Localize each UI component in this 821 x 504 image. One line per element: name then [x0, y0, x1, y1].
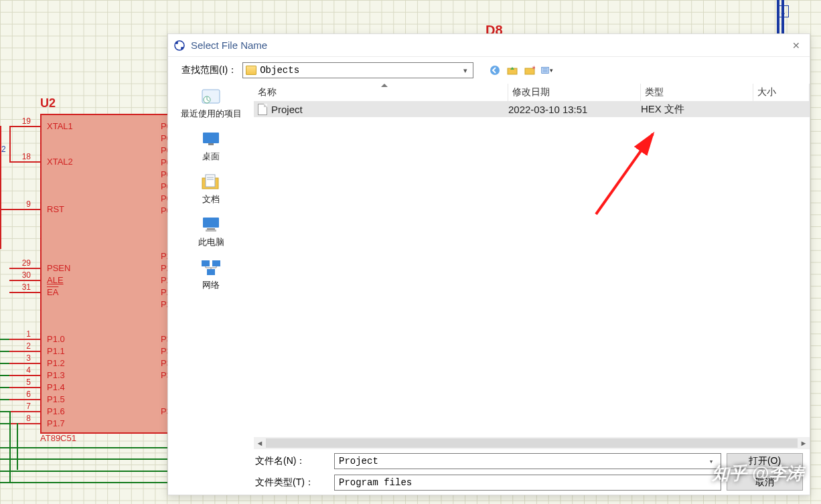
file-date: 2022-03-10 13:51 — [508, 104, 641, 115]
bus-number: 1 — [781, 7, 786, 16]
svg-rect-20 — [207, 228, 215, 230]
folder-icon — [246, 66, 256, 75]
file-icon — [258, 104, 267, 115]
documents-icon — [199, 172, 223, 192]
col-date[interactable]: 修改日期 — [508, 84, 641, 101]
filename-input[interactable]: Project ▾ — [334, 453, 721, 469]
filetype-label: 文件类型(T)： — [255, 477, 329, 489]
recent-icon — [199, 86, 223, 106]
svg-rect-14 — [208, 143, 214, 145]
horizontal-scrollbar[interactable]: ◄ ► — [254, 437, 810, 449]
sidebar-label: 此电脑 — [198, 236, 224, 248]
pin-label: P1.3 — [47, 371, 65, 380]
pin-label: P1.2 — [47, 359, 65, 367]
svg-rect-16 — [206, 175, 215, 187]
column-headers: 名称 修改日期 类型 大小 — [254, 84, 810, 101]
pin-num: 19 — [17, 116, 31, 126]
pin-num: 31 — [17, 282, 31, 292]
file-row[interactable]: Project 2022-03-10 13:51 HEX 文件 — [254, 101, 810, 117]
file-dialog: Select File Name ✕ 查找范围(I)： ▾ ✶ ▾ — [167, 33, 810, 495]
svg-rect-22 — [202, 260, 210, 266]
sidebar-label: 最近使用的项目 — [181, 108, 242, 120]
svg-rect-23 — [212, 260, 220, 266]
pin-label: ALE — [47, 276, 64, 284]
pin-label: P1.1 — [47, 347, 65, 355]
scroll-track[interactable] — [266, 438, 798, 448]
pin-label: P1.6 — [47, 407, 65, 416]
back-icon[interactable] — [489, 64, 501, 76]
close-button[interactable]: ✕ — [783, 34, 810, 56]
look-in-dropdown[interactable]: ▾ — [242, 62, 473, 78]
pin-label: P1.5 — [47, 395, 65, 404]
sidebar-desktop[interactable]: 桌面 — [199, 129, 223, 163]
filename-label: 文件名(N)： — [255, 455, 329, 467]
scroll-right-arrow[interactable]: ► — [798, 437, 810, 449]
filetype-select[interactable]: Program files — [334, 475, 721, 491]
pin-num: 29 — [17, 258, 31, 268]
new-folder-icon[interactable]: ✶ — [524, 64, 536, 76]
sidebar-label: 网络 — [202, 279, 220, 291]
pin-label: XTAL2 — [47, 157, 73, 166]
svg-rect-21 — [206, 230, 216, 232]
svg-point-2 — [181, 47, 183, 50]
svg-text:✶: ✶ — [532, 65, 535, 71]
col-name[interactable]: 名称 — [254, 84, 508, 101]
svg-point-1 — [175, 41, 178, 44]
svg-rect-19 — [203, 218, 219, 228]
look-in-toolbar: 查找范围(I)： ▾ ✶ ▾ — [168, 57, 810, 84]
sidebar-documents[interactable]: 文档 — [199, 172, 223, 205]
file-list-area: 名称 修改日期 类型 大小 Project 2022-03-10 13:51 H… — [254, 84, 810, 449]
bus-number: 2 — [1, 145, 6, 154]
col-size[interactable]: 大小 — [753, 84, 810, 101]
chevron-down-icon: ▾ — [461, 66, 470, 75]
up-folder-icon[interactable] — [506, 64, 518, 76]
view-menu-icon[interactable]: ▾ — [541, 64, 553, 76]
svg-rect-13 — [203, 133, 219, 143]
network-icon — [199, 258, 223, 278]
pin-num: 9 — [22, 199, 31, 209]
scroll-left-arrow[interactable]: ◄ — [254, 437, 266, 449]
pin-num: 30 — [17, 270, 31, 280]
sidebar-label: 文档 — [202, 193, 220, 205]
sidebar-this-pc[interactable]: 此电脑 — [198, 215, 224, 248]
this-pc-icon — [199, 215, 223, 235]
pin-label: RST — [47, 205, 64, 214]
places-sidebar: 最近使用的项目 桌面 文档 此电脑 — [168, 84, 254, 449]
proteus-logo-icon — [173, 39, 185, 52]
pin-num: 1 — [22, 329, 31, 339]
pin-num: 18 — [17, 152, 31, 161]
titlebar[interactable]: Select File Name ✕ — [168, 34, 810, 57]
pin-num: 5 — [22, 377, 31, 387]
dialog-title: Select File Name — [191, 39, 267, 51]
pin-label: PSEN — [47, 264, 70, 272]
pin-num: 7 — [22, 402, 31, 411]
col-type[interactable]: 类型 — [641, 84, 753, 101]
file-name: Project — [271, 104, 303, 115]
pin-num: 4 — [22, 365, 31, 375]
pin-label: XTAL1 — [47, 122, 73, 131]
look-in-value[interactable] — [260, 65, 461, 76]
pin-num: 6 — [22, 390, 31, 399]
pin-num: 8 — [22, 414, 31, 423]
pin-label: P1.0 — [47, 335, 65, 343]
sidebar-network[interactable]: 网络 — [199, 258, 223, 291]
sidebar-label: 桌面 — [202, 151, 220, 163]
svg-point-3 — [490, 66, 500, 75]
pin-label: P1.7 — [47, 419, 65, 428]
sidebar-recent[interactable]: 最近使用的项目 — [181, 86, 242, 120]
part-name: AT89C51 — [40, 434, 76, 442]
pin-label: P1.4 — [47, 383, 65, 392]
component-ref: U2 — [40, 96, 56, 110]
pin-label: EA — [47, 288, 58, 297]
watermark: 知乎 @李涛 — [712, 462, 804, 485]
svg-rect-24 — [207, 269, 215, 275]
file-type: HEX 文件 — [641, 103, 753, 116]
look-in-label: 查找范围(I)： — [181, 64, 237, 76]
desktop-icon — [199, 129, 223, 149]
pin-num: 2 — [22, 341, 31, 351]
pin-num: 3 — [22, 353, 31, 363]
